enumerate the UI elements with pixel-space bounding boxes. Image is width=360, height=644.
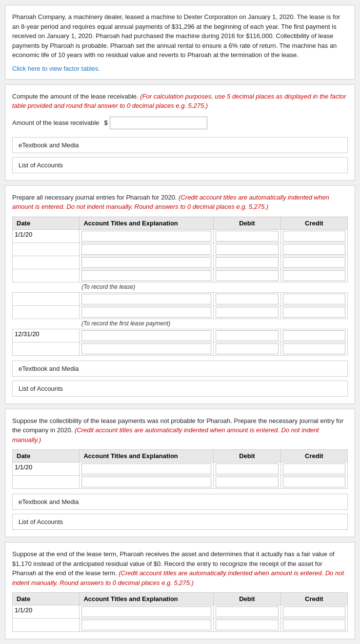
credit-input[interactable] [283,477,345,487]
credit-input[interactable] [283,343,345,354]
date-cell: 1/1/20 [13,463,80,476]
table-row [13,269,348,282]
col-debit-s4: Debit [214,450,280,463]
account-input[interactable] [81,477,211,487]
compute-instruction: Compute the amount of the lease receivab… [12,92,348,111]
account-input[interactable] [81,244,211,255]
credit-cell [280,242,347,256]
col-credit-s4: Credit [280,450,347,463]
debit-input[interactable] [216,294,278,304]
debit-input[interactable] [216,343,278,354]
factor-tables-link[interactable]: Click here to view factor tables. [12,65,348,72]
account-input[interactable] [81,257,211,268]
credit-cell [280,269,347,282]
table-row: 12/31/20 [13,329,348,342]
credit-input[interactable] [283,463,345,474]
credit-cell [280,463,347,476]
debit-input[interactable] [216,463,278,474]
account-input[interactable] [81,270,211,281]
amount-row: Amount of the lease receivable $ [12,117,348,129]
col-credit-s3: Credit [280,217,347,229]
credit-cell [280,605,347,619]
list-of-accounts-button-s4[interactable]: List of Accounts [12,514,348,530]
debit-input[interactable] [216,606,278,617]
credit-input[interactable] [283,270,345,281]
date-cell: 1/1/20 [13,605,80,619]
debit-cell [214,256,280,269]
dollar-sign: $ [104,119,108,126]
table-row: 1/1/20 [13,229,348,242]
account-cell [80,305,214,319]
credit-input[interactable] [283,620,345,630]
credit-cell [280,292,347,305]
section2-buttons: eTextbook and Media List of Accounts [12,137,348,173]
debit-input[interactable] [216,330,278,341]
credit-cell [280,619,347,632]
list-of-accounts-button-s3[interactable]: List of Accounts [12,381,348,397]
etextbook-button-s2[interactable]: eTextbook and Media [12,137,348,153]
credit-input[interactable] [283,257,345,268]
list-of-accounts-button-s2[interactable]: List of Accounts [12,157,348,173]
compute-lease-section: Compute the amount of the lease receivab… [5,84,355,181]
amount-label: Amount of the lease receivable [12,119,100,126]
debit-input[interactable] [216,620,278,630]
credit-input[interactable] [283,231,345,242]
debit-cell [214,329,280,342]
problem-description-text: Pharoah Company, a machinery dealer, lea… [12,12,348,60]
account-cell [80,476,214,489]
account-cell [80,619,214,632]
note-text: (To record the lease) [80,282,348,292]
debit-input[interactable] [216,257,278,268]
credit-cell [280,342,347,355]
credit-input[interactable] [283,244,345,255]
credit-input[interactable] [283,330,345,341]
col-debit-s3: Debit [214,217,280,229]
account-cell [80,242,214,256]
credit-input[interactable] [283,294,345,304]
credit-input[interactable] [283,606,345,617]
lease-receivable-input[interactable] [110,117,207,129]
table-row [13,292,348,305]
account-input[interactable] [81,343,211,354]
debit-input[interactable] [216,231,278,242]
col-date-s4: Date [13,450,80,463]
note-row: (To record the lease) [13,282,348,292]
debit-input[interactable] [216,307,278,318]
end-of-lease-instruction: Suppose at the end of the lease term, Ph… [12,549,348,587]
note-row: (To record the first lease payment) [13,319,348,329]
debit-input[interactable] [216,477,278,487]
credit-cell [280,229,347,242]
account-input[interactable] [81,620,211,630]
account-input[interactable] [81,294,211,304]
etextbook-button-s4[interactable]: eTextbook and Media [12,494,348,510]
account-input[interactable] [81,231,211,242]
debit-cell [214,292,280,305]
date-cell: 1/1/20 [13,229,80,242]
section4-buttons: eTextbook and Media List of Accounts [12,494,348,530]
etextbook-button-s3[interactable]: eTextbook and Media [12,361,348,377]
col-date-s5: Date [13,593,80,605]
debit-cell [214,476,280,489]
section3-buttons: eTextbook and Media List of Accounts [12,361,348,397]
account-cell [80,605,214,619]
credit-cell [280,256,347,269]
journal-table-s4: Date Account Titles and Explanation Debi… [12,449,348,489]
account-input[interactable] [81,606,211,617]
debit-input[interactable] [216,270,278,281]
debit-cell [214,305,280,319]
account-cell [80,342,214,355]
journal-table-s5: Date Account Titles and Explanation Debi… [12,592,348,632]
journal-table-s3: Date Account Titles and Explanation Debi… [12,217,348,356]
debit-cell [214,619,280,632]
date-cell: 12/31/20 [13,329,80,342]
account-input[interactable] [81,463,211,474]
debit-input[interactable] [216,244,278,255]
account-input[interactable] [81,307,211,318]
collectibility-section: Suppose the collectibility of the lease … [5,409,355,538]
account-input[interactable] [81,330,211,341]
col-debit-s5: Debit [214,593,280,605]
credit-input[interactable] [283,307,345,318]
debit-cell [214,229,280,242]
account-cell [80,229,214,242]
debit-cell [214,242,280,256]
